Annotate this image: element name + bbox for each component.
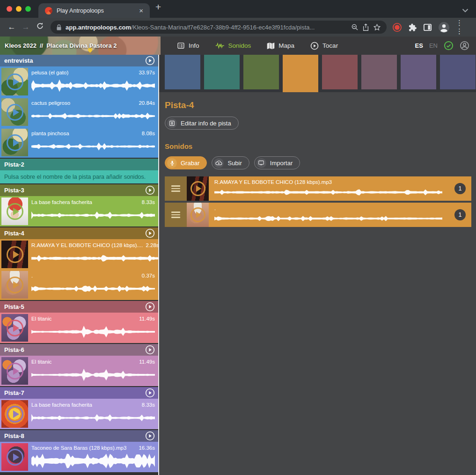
track-header-label: entrevista xyxy=(4,57,33,64)
tab-close-icon[interactable]: × xyxy=(137,7,145,15)
account-icon[interactable] xyxy=(460,41,469,51)
nav-info[interactable]: Info xyxy=(169,42,207,50)
sound-row[interactable]: .0.37s xyxy=(0,270,159,300)
sound-list-item[interactable]: R.AMAYA Y EL BOBOTE CHICO (128 kbps).mp3… xyxy=(165,176,471,201)
track-swatch-7[interactable] xyxy=(401,55,436,89)
drag-handle[interactable] xyxy=(165,176,187,201)
sound-title[interactable]: El titanic xyxy=(31,316,51,322)
address-bar[interactable]: app.antropoloops.com/Kleos-Santa-Marina/… xyxy=(51,21,387,34)
nav-mapa[interactable]: Mapa xyxy=(259,42,302,50)
close-window-button[interactable] xyxy=(7,6,12,12)
sound-thumbnail[interactable] xyxy=(1,271,28,299)
minimize-window-button[interactable] xyxy=(16,6,22,12)
record-button[interactable]: Grabar xyxy=(165,156,207,169)
sound-row[interactable]: cactus peligroso20.84s xyxy=(0,97,159,127)
track-header-pista-5[interactable]: Pista-5 xyxy=(0,301,159,313)
tracks-sidebar: entrevista pelusa (el gato)33.97s cactus… xyxy=(0,55,159,475)
track-header-pista-7[interactable]: Pista-7 xyxy=(0,387,159,399)
play-sound-icon xyxy=(190,207,205,222)
sound-row[interactable]: La base fachera facherita8.33s xyxy=(0,196,159,227)
side-panel-icon[interactable] xyxy=(423,23,432,32)
sound-thumbnail[interactable] xyxy=(1,241,28,268)
sound-title[interactable]: planta pinchosa xyxy=(31,131,69,136)
sound-title[interactable]: pelusa (el gato) xyxy=(31,70,68,75)
sound-title[interactable]: Taconeo de Sara Baras (128 kbps).mp3 xyxy=(31,445,126,451)
drag-handle[interactable] xyxy=(165,203,187,227)
project-name[interactable]: Kleos 2022 xyxy=(5,42,37,49)
sound-thumbnail[interactable] xyxy=(1,98,28,126)
sound-row[interactable]: La base fachera facherita8.33s xyxy=(0,399,159,429)
track-swatch-1[interactable] xyxy=(165,55,200,89)
play-track-icon[interactable] xyxy=(145,431,155,441)
lang-en-button[interactable]: EN xyxy=(429,42,438,49)
reload-button[interactable] xyxy=(33,22,47,32)
track-header-pista-3[interactable]: Pista-3 xyxy=(0,184,159,196)
share-icon[interactable] xyxy=(362,23,369,31)
sound-row[interactable]: El titanic11.49s xyxy=(0,356,159,386)
play-track-icon[interactable] xyxy=(145,228,155,238)
sound-row[interactable]: R.AMAYA Y EL BOBOTE CHICO (128 kbps)....… xyxy=(0,239,159,270)
edit-track-info-button[interactable]: Editar info de pista xyxy=(165,117,239,130)
track-swatch-5[interactable] xyxy=(322,55,358,89)
play-sound-icon xyxy=(7,134,23,151)
waveform xyxy=(31,139,155,154)
sound-title[interactable]: . xyxy=(31,273,33,278)
track-header-pista-4[interactable]: Pista-4 xyxy=(0,227,159,239)
sound-thumbnail[interactable] xyxy=(187,176,209,201)
browser-menu-kebab-icon[interactable]: ⋮⋮ xyxy=(456,19,463,36)
track-header-pista-6[interactable]: Pista-6 xyxy=(0,344,159,356)
record-extension-icon[interactable] xyxy=(392,22,402,32)
sound-thumbnail[interactable] xyxy=(1,129,28,156)
upload-label: Subir xyxy=(227,160,242,167)
track-header-pista-8[interactable]: Pista-8 xyxy=(0,430,159,442)
play-track-icon[interactable] xyxy=(145,302,155,312)
sound-duration: 8.33s xyxy=(142,402,155,408)
track-header-entrevista[interactable]: entrevista xyxy=(0,55,159,66)
track-swatch-8[interactable] xyxy=(440,55,476,89)
profile-avatar-icon[interactable] xyxy=(438,22,450,33)
sound-row[interactable]: Taconeo de Sara Baras (128 kbps).mp316.3… xyxy=(0,442,159,472)
sound-thumbnail[interactable] xyxy=(1,197,28,225)
fullscreen-window-button[interactable] xyxy=(25,6,31,12)
sound-row[interactable]: El titanic11.49s xyxy=(0,313,159,343)
sound-thumbnail[interactable] xyxy=(1,443,28,471)
back-button[interactable]: ← xyxy=(5,22,19,32)
import-button[interactable]: Importar xyxy=(254,156,300,169)
sound-title[interactable]: La base fachera facherita xyxy=(31,402,92,408)
sound-title[interactable]: La base fachera facherita xyxy=(31,199,92,205)
browser-tab[interactable]: Play Antropoloops × xyxy=(38,3,150,18)
play-track-icon[interactable] xyxy=(145,56,155,66)
sound-thumbnail[interactable] xyxy=(1,357,28,385)
sound-thumbnail[interactable] xyxy=(1,400,28,428)
sound-row[interactable]: pelusa (el gato)33.97s xyxy=(0,66,159,97)
lang-es-button[interactable]: ES xyxy=(415,42,423,49)
play-track-icon[interactable] xyxy=(145,388,155,398)
new-tab-button[interactable]: + xyxy=(155,0,161,18)
sound-duration: 11.49s xyxy=(139,316,155,322)
sound-duration: 8.08s xyxy=(142,131,155,136)
bookmark-star-icon[interactable] xyxy=(373,23,381,31)
sound-thumbnail[interactable] xyxy=(1,68,28,95)
play-track-icon[interactable] xyxy=(145,185,155,195)
sound-list-item[interactable]: . 1 xyxy=(165,203,471,227)
nav-sonidos[interactable]: Sonidos xyxy=(207,42,259,49)
sound-title[interactable]: cactus peligroso xyxy=(31,100,70,106)
sound-title[interactable]: R.AMAYA Y EL BOBOTE CHICO (128 kbps).... xyxy=(31,242,143,248)
track-header-pista-2[interactable]: Pista-2 xyxy=(0,159,159,170)
sound-title[interactable]: El titanic xyxy=(31,359,51,365)
track-swatch-3[interactable] xyxy=(243,55,279,89)
track-swatch-2[interactable] xyxy=(204,55,240,89)
track-swatch-4-selected[interactable] xyxy=(283,55,318,92)
sound-row[interactable]: planta pinchosa8.08s xyxy=(0,127,159,158)
extensions-puzzle-icon[interactable] xyxy=(408,23,417,32)
forward-button[interactable]: → xyxy=(19,22,33,32)
sound-thumbnail[interactable] xyxy=(187,203,209,227)
upload-button[interactable]: Subir xyxy=(212,156,249,169)
tab-overview-chevron-icon[interactable] xyxy=(462,6,469,15)
play-track-icon[interactable] xyxy=(145,345,155,355)
sound-thumbnail[interactable] xyxy=(1,314,28,342)
nav-tocar[interactable]: Tocar xyxy=(302,42,346,50)
track-swatch-6[interactable] xyxy=(361,55,397,89)
sound-duration: 11.49s xyxy=(139,359,155,365)
zoom-page-icon[interactable] xyxy=(351,23,359,31)
